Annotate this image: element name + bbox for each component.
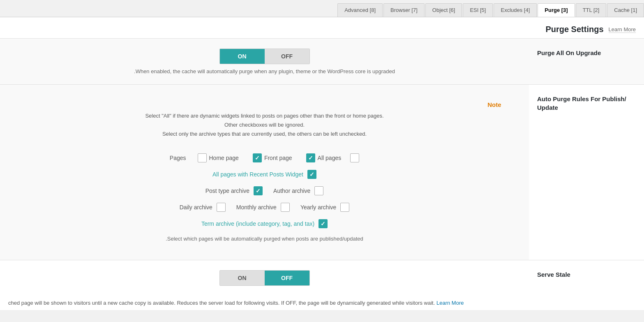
- post-type-row: Post type archive Author archive: [18, 186, 511, 195]
- auto-purge-controls: Note Select "All" if there are dynamic w…: [0, 85, 529, 260]
- term-archive-label: Term archive (include category, tag, and…: [201, 220, 314, 227]
- purge-all-description: .When enabled, the cache will automatica…: [134, 68, 395, 74]
- purge-all-row: ON OFF .When enabled, the cache will aut…: [0, 39, 644, 85]
- select-description: .Select which pages will be automaticall…: [18, 236, 511, 242]
- page-title: Purge Settings: [545, 25, 603, 34]
- monthly-archive-checkbox[interactable]: [281, 203, 290, 212]
- daily-archive-label: Daily archive: [180, 204, 212, 211]
- all-pages-checkbox[interactable]: [306, 153, 315, 162]
- note-line-2: Other checkboxes will be ignored.: [28, 120, 501, 130]
- monthly-archive-label: Monthly archive: [236, 204, 277, 211]
- home-page-checkbox[interactable]: [198, 153, 207, 162]
- daily-archive-checkbox[interactable]: [217, 203, 226, 212]
- serve-stale-learn-more[interactable]: Learn More: [436, 300, 464, 306]
- serve-stale-on-button[interactable]: ON: [220, 271, 265, 285]
- serve-stale-toggle[interactable]: ON OFF: [219, 270, 310, 286]
- note-line-1: Select "All" if there are dynamic widget…: [28, 111, 501, 120]
- home-page-label: Home page: [209, 155, 239, 161]
- tab-object[interactable]: Object [6]: [425, 3, 462, 17]
- serve-stale-section: ON OFF Serve Stale: [0, 260, 644, 296]
- purge-all-controls: ON OFF .When enabled, the cache will aut…: [0, 39, 529, 84]
- yearly-archive-checkbox[interactable]: [340, 203, 349, 212]
- auto-purge-title: Auto Purge Rules For Publish/Update: [537, 95, 626, 111]
- purge-all-label: Purge All On Upgrade: [529, 39, 644, 67]
- pages-checkbox-row: Pages Home page Front page All pages: [18, 153, 511, 162]
- term-archive-checkbox[interactable]: [319, 219, 328, 228]
- pages-label: Pages: [170, 155, 186, 161]
- archive-types-row: Daily archive Monthly archive Yearly arc…: [18, 203, 511, 212]
- all-pages-widget-checkbox[interactable]: [307, 170, 316, 179]
- tab-esi[interactable]: ESI [5]: [463, 3, 493, 17]
- serve-stale-controls: ON OFF: [0, 260, 529, 296]
- checkboxes-section: Pages Home page Front page All pages: [18, 145, 511, 250]
- tab-purge[interactable]: Purge [3]: [538, 3, 575, 17]
- all-pages-label: All pages: [318, 155, 342, 161]
- purge-all-toggle[interactable]: ON OFF: [219, 49, 310, 64]
- tab-advanced[interactable]: Advanced [8]: [337, 3, 383, 17]
- main-content: Purge Settings Learn More ON OFF .When e…: [0, 17, 644, 310]
- note-label: Note: [28, 101, 501, 108]
- learn-more-link[interactable]: Learn More: [609, 26, 636, 33]
- tab-cache[interactable]: Cache [1]: [607, 3, 644, 17]
- auto-purge-row: Note Select "All" if there are dynamic w…: [0, 85, 644, 260]
- auto-purge-section: Note Select "All" if there are dynamic w…: [0, 85, 644, 260]
- front-page-item: Front page: [253, 153, 292, 162]
- note-box: Note Select "All" if there are dynamic w…: [18, 95, 511, 145]
- author-archive-label: Author archive: [273, 188, 310, 194]
- tab-ttl[interactable]: TTL [2]: [576, 3, 607, 17]
- author-archive-checkbox[interactable]: [314, 186, 323, 195]
- footer-text: ched page will be shown to visitors unti…: [0, 296, 644, 310]
- tab-browser[interactable]: Browser [7]: [383, 3, 425, 17]
- tab-excludes[interactable]: Excludes [4]: [494, 3, 537, 17]
- front-page-label: Front page: [264, 155, 292, 161]
- serve-stale-off-button[interactable]: OFF: [265, 271, 309, 285]
- all-pages-extra-checkbox[interactable]: [350, 153, 359, 162]
- section-header: Purge Settings Learn More: [0, 17, 644, 39]
- note-text: Select "All" if there are dynamic widget…: [28, 111, 501, 139]
- purge-all-off-button[interactable]: OFF: [265, 49, 309, 64]
- post-type-archive-label: Post type archive: [205, 188, 249, 194]
- post-type-archive-checkbox[interactable]: [254, 186, 263, 195]
- front-page-checkbox[interactable]: [253, 153, 262, 162]
- note-line-3: Select only the archive types that are c…: [28, 130, 501, 139]
- all-pages-widget-label: All pages with Recent Posts Widget: [212, 171, 303, 178]
- tabs-bar: Advanced [8] Browser [7] Object [6] ESI …: [0, 0, 644, 17]
- term-archive-row: Term archive (include category, tag, and…: [18, 219, 511, 228]
- purge-all-on-button[interactable]: ON: [220, 49, 265, 64]
- all-pages-item: All pages: [306, 153, 342, 162]
- yearly-archive-label: Yearly archive: [300, 204, 336, 211]
- auto-purge-label: Auto Purge Rules For Publish/Update: [529, 85, 644, 122]
- footer-description: ched page will be shown to visitors unti…: [8, 300, 435, 306]
- serve-stale-label: Serve Stale: [529, 260, 644, 289]
- home-page-item: Home page: [198, 153, 239, 162]
- recent-posts-row: All pages with Recent Posts Widget: [18, 170, 511, 179]
